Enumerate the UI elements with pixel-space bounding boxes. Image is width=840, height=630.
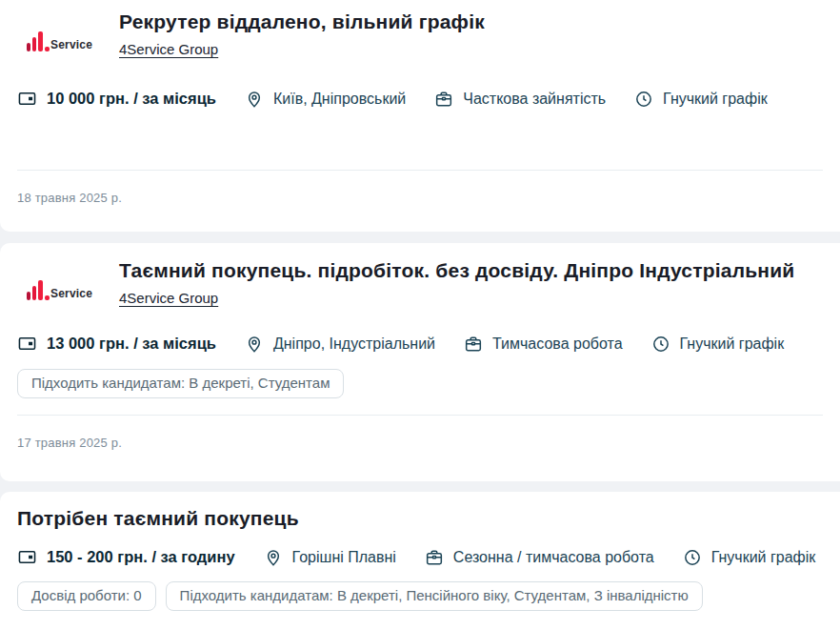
briefcase-icon	[464, 335, 483, 354]
job-tag: Досвід роботи: 0	[17, 581, 156, 611]
job-meta-row: 150 - 200 грн. / за годину Горішні Плавн…	[17, 547, 840, 567]
job-title-link[interactable]: Потрібен таємний покупець	[17, 507, 840, 530]
card-divider	[17, 170, 823, 171]
job-tag: Підходить кандидатам: В декреті, Студент…	[17, 369, 344, 398]
location-text: Київ, Дніпровський	[273, 91, 406, 108]
location-item: Горішні Плавні	[264, 548, 396, 567]
clock-icon	[683, 548, 702, 567]
wallet-icon	[17, 547, 37, 567]
briefcase-icon	[434, 90, 453, 109]
clock-icon	[634, 90, 653, 109]
job-card-header: Service Таємний покупець. підробіток. бе…	[17, 258, 840, 307]
logo-bar-icon	[38, 280, 43, 300]
company-link[interactable]: 4Service Group	[119, 290, 218, 306]
logo-bar-icon	[32, 286, 36, 300]
logo-bar-icon	[27, 43, 30, 51]
clock-icon	[651, 335, 670, 354]
employment-item: Тимчасова робота	[464, 335, 623, 354]
job-title-link[interactable]: Таємний покупець. підробіток. без досвід…	[119, 258, 840, 283]
job-title-link[interactable]: Рекрутер віддалено, вільний графік	[119, 10, 840, 34]
card-divider	[17, 415, 823, 416]
location-pin-icon	[245, 335, 264, 354]
job-card[interactable]: Потрібен таємний покупець 150 - 200 грн.…	[0, 492, 840, 630]
job-card[interactable]: Service Таємний покупець. підробіток. бе…	[0, 243, 840, 481]
logo-dot-icon	[45, 47, 50, 51]
salary-text: 150 - 200 грн. / за годину	[47, 548, 235, 566]
salary-text: 10 000 грн. / за місяць	[47, 90, 216, 108]
company-logo-column: Service	[17, 258, 119, 300]
wallet-icon	[17, 334, 37, 354]
location-pin-icon	[264, 548, 283, 567]
location-text: Дніпро, Індустріальний	[273, 335, 435, 353]
schedule-text: Гнучкий графік	[711, 549, 816, 566]
employment-text: Тимчасова робота	[492, 335, 623, 353]
job-tag: Підходить кандидатам: В декреті, Пенсійн…	[166, 581, 703, 611]
logo-bar-icon	[32, 37, 36, 51]
logo-bar-icon	[27, 292, 30, 300]
location-item: Київ, Дніпровський	[245, 90, 406, 109]
location-text: Горішні Плавні	[292, 549, 396, 566]
company-logo-column: Service	[17, 10, 119, 51]
schedule-item: Гнучкий графік	[683, 548, 816, 567]
schedule-item: Гнучкий графік	[634, 90, 768, 109]
logo-bar-icon	[38, 31, 43, 51]
4service-logo[interactable]: Service	[27, 277, 119, 300]
job-meta-row: 13 000 грн. / за місяць Дніпро, Індустрі…	[17, 334, 840, 354]
schedule-item: Гнучкий графік	[651, 335, 785, 354]
salary-item: 13 000 грн. / за місяць	[17, 334, 216, 354]
company-link[interactable]: 4Service Group	[119, 41, 218, 57]
employment-item: Часткова зайнятість	[434, 90, 606, 109]
posted-date: 17 травня 2025 р.	[17, 436, 840, 450]
job-meta-row: 10 000 грн. / за місяць Київ, Дніпровськ…	[17, 89, 840, 109]
employment-text: Сезонна / тимчасова робота	[453, 549, 654, 566]
job-card-header: Service Рекрутер віддалено, вільний граф…	[17, 10, 840, 58]
salary-item: 10 000 грн. / за місяць	[17, 89, 216, 109]
employment-item: Сезонна / тимчасова робота	[425, 548, 654, 567]
salary-text: 13 000 грн. / за місяць	[47, 335, 216, 353]
location-item: Дніпро, Індустріальний	[245, 335, 435, 354]
schedule-text: Гнучкий графік	[680, 335, 785, 353]
job-tags-row: Досвід роботи: 0 Підходить кандидатам: В…	[17, 581, 840, 611]
posted-date: 18 травня 2025 р.	[17, 191, 840, 205]
4service-logo[interactable]: Service	[27, 29, 119, 51]
wallet-icon	[17, 89, 37, 109]
logo-text: Service	[50, 39, 92, 51]
location-pin-icon	[245, 90, 264, 109]
job-card[interactable]: Service Рекрутер віддалено, вільний граф…	[0, 0, 840, 232]
logo-dot-icon	[45, 295, 50, 300]
salary-item: 150 - 200 грн. / за годину	[17, 547, 235, 567]
logo-text: Service	[50, 288, 92, 300]
job-tags-row: Підходить кандидатам: В декреті, Студент…	[17, 369, 840, 398]
employment-text: Часткова зайнятість	[463, 91, 606, 108]
briefcase-icon	[425, 548, 444, 567]
schedule-text: Гнучкий графік	[663, 91, 768, 108]
